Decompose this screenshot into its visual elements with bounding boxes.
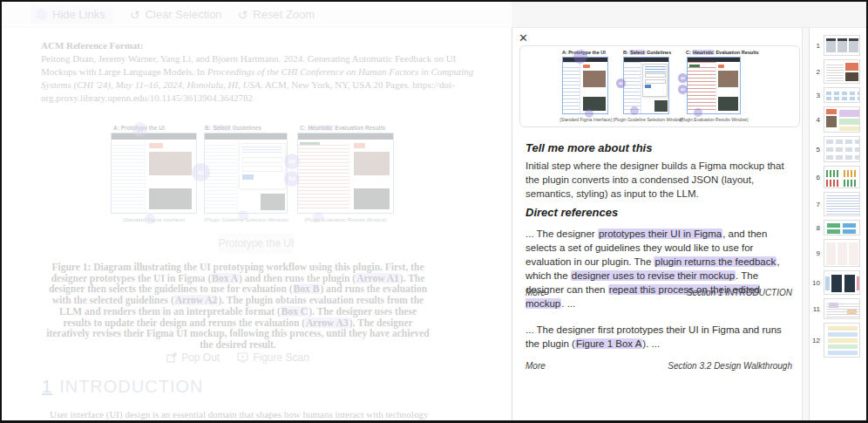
page-thumbnail-row[interactable]: 6 [810, 166, 866, 188]
arrow-a2-badge[interactable]: A2 [678, 73, 688, 83]
page-thumbnail-row[interactable]: 1 [810, 35, 866, 56]
section-number-link[interactable]: 1 [42, 377, 52, 396]
page-number: 7 [810, 201, 820, 208]
panel-scrollbar[interactable] [803, 28, 809, 420]
figure-panel-c-label: C: Heuristic Evaluation Results [686, 50, 759, 55]
page-number: 11 [810, 305, 820, 313]
pop-out-icon [166, 352, 177, 363]
acm-reference-label: ACM Reference Format: [41, 39, 481, 52]
section-title: INTRODUCTION [59, 377, 203, 396]
toolbar: Hide Links ↺ Clear Selection ↺ Reset Zoo… [2, 2, 866, 28]
page-number: 5 [810, 146, 820, 154]
page-thumbnail[interactable] [824, 323, 860, 358]
arrow-a3-badge[interactable]: A3 [284, 171, 300, 187]
details-panel: ✕ A: Prototype the UI B: Select Guidelin… [512, 28, 803, 420]
page-thumbnail[interactable] [824, 35, 860, 56]
pop-out-button[interactable]: Pop Out [166, 351, 220, 364]
clear-selection-label: Clear Selection [145, 8, 221, 21]
figure-screenshot-results [687, 57, 741, 114]
page-thumbnail[interactable] [824, 298, 860, 319]
figure-panel-c-label: C: Heuristic Evaluation Results [300, 125, 385, 131]
hotspot-caption-b[interactable] [630, 106, 639, 115]
reference-section-link[interactable]: Section 1 INTRODUCTION [687, 288, 792, 297]
figure-panel-b-label: B: Select Guidelines [205, 125, 261, 131]
page-thumbnail-sidebar: 1 2 3 4 5 6 7 8 9 10 11 12 [809, 28, 866, 420]
document-page: ACM Reference Format: Peitong Duan, Jere… [2, 28, 512, 420]
figure-screenshot-results [297, 133, 394, 214]
reference-section-link[interactable]: Section 3.2 Design Walkthrough [668, 361, 792, 371]
figure-1-caption: Figure 1: Diagram illustrating the UI pr… [45, 262, 431, 351]
page-thumbnail-row[interactable]: 7 [810, 192, 866, 216]
page-thumbnail-row[interactable]: 3 [810, 87, 866, 103]
figure-screenshot-guidelines [204, 133, 288, 214]
page-thumbnail[interactable] [824, 59, 860, 84]
figure-panel-a-caption: (Standard Figma Interface) [552, 117, 620, 122]
hotspot-caption-a[interactable] [585, 109, 593, 118]
hotspot-caption-b[interactable] [238, 210, 248, 221]
reset-zoom-button[interactable]: ↺ Reset Zoom [238, 8, 315, 22]
direct-references-heading: Direct references [526, 206, 618, 219]
hotspot-caption-c[interactable] [694, 108, 702, 117]
page-thumbnail[interactable] [824, 192, 860, 216]
page-thumbnail-row[interactable]: 11 [810, 298, 866, 319]
tell-me-more-body: Initial step where the designer builds a… [526, 159, 791, 201]
app-window: Hide Links ↺ Clear Selection ↺ Reset Zoo… [0, 0, 868, 423]
figure-scan-icon [237, 352, 248, 363]
page-thumbnail-row[interactable]: 5 [810, 136, 866, 162]
page-thumbnail-row[interactable]: 10 [810, 270, 866, 295]
figure-scan-button[interactable]: Figure Scan [237, 351, 309, 364]
more-link[interactable]: More [526, 288, 546, 297]
pop-out-label: Pop Out [181, 351, 220, 364]
figure-panel-c-caption: (Plugin Evaluation Results Window) [675, 117, 752, 122]
arrow-a2-badge[interactable]: A2 [284, 154, 300, 169]
hotspot-caption-c[interactable] [313, 212, 323, 222]
acm-reference: ACM Reference Format: Peitong Duan, Jere… [41, 39, 481, 105]
hide-links-button[interactable]: Hide Links [31, 5, 114, 24]
page-thumbnail[interactable] [824, 136, 860, 162]
intro-paragraph: User interface (UI) design is an essenti… [50, 409, 437, 423]
figure-actions: Pop Out Figure Scan [45, 351, 431, 364]
page-thumbnail[interactable] [824, 239, 860, 267]
page-number: 12 [810, 337, 820, 345]
page-number: 8 [810, 224, 820, 232]
arrow-a1-badge[interactable]: A1 [616, 78, 626, 88]
page-thumbnail[interactable] [824, 270, 860, 295]
reference-text: ... The designer first prototypes their … [526, 323, 792, 351]
reset-zoom-label: Reset Zoom [253, 8, 315, 21]
page-thumbnail-row[interactable]: 4 [810, 106, 866, 133]
page-thumbnail[interactable] [824, 220, 860, 235]
page-thumbnail-row[interactable]: 8 [810, 220, 866, 235]
arrow-a1-badge[interactable]: A1 [192, 163, 210, 181]
figure-panel-c-caption: (Plugin Evaluation Results Window) [297, 217, 394, 222]
page-number: 10 [810, 279, 820, 287]
figure-screenshot-figma [562, 57, 608, 114]
page-thumbnail-row[interactable]: 9 [810, 239, 866, 267]
page-thumbnail[interactable] [824, 106, 860, 133]
figure-screenshot-guidelines [623, 57, 669, 114]
page-thumbnail[interactable] [824, 87, 860, 103]
page-thumbnail[interactable] [824, 166, 860, 188]
toggle-on-icon [36, 9, 47, 20]
hide-links-label: Hide Links [52, 8, 105, 21]
page-number: 2 [810, 68, 820, 76]
reference-meta: More Section 1 INTRODUCTION [526, 288, 792, 297]
hotspot-box-a[interactable] [573, 50, 587, 64]
hotspot-caption-a[interactable] [145, 214, 155, 224]
page-thumbnail-row[interactable]: 2 [810, 59, 866, 84]
section-heading: 1INTRODUCTION [42, 377, 203, 397]
figure-preview[interactable]: A: Prototype the UI B: Select Guidelines… [519, 45, 800, 127]
close-icon[interactable]: ✕ [519, 31, 528, 44]
page-number: 4 [810, 116, 820, 124]
page-number: 1 [810, 42, 820, 50]
page-number: 6 [810, 174, 820, 181]
hotspot-box-a[interactable] [132, 122, 147, 137]
reference-meta: More Section 3.2 Design Walkthrough [526, 361, 792, 371]
figure-screenshot-figma [111, 133, 197, 214]
page-number: 9 [810, 249, 820, 257]
arrow-a3-badge[interactable]: A3 [678, 85, 688, 94]
clear-selection-button[interactable]: ↺ Clear Selection [130, 8, 222, 22]
figure-panel-b-caption: (Plugin Guideline Selection Window) [613, 117, 681, 122]
more-link[interactable]: More [526, 361, 546, 371]
page-thumbnail-row[interactable]: 12 [810, 323, 866, 358]
reference-text: ... The designer prototypes their UI in … [526, 227, 792, 310]
